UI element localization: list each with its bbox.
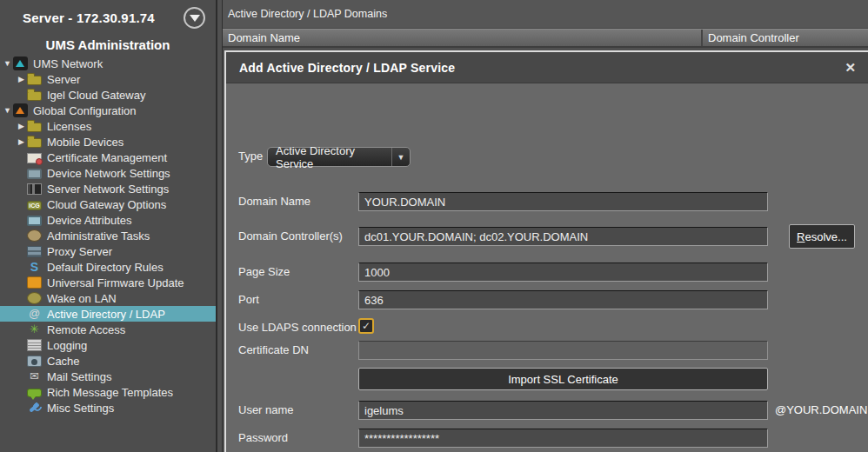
sidebar-item-mobile-devices[interactable]: ▶Mobile Devices <box>0 134 216 150</box>
page-title: Active Directory / LDAP Domains <box>223 0 868 29</box>
user-name-suffix: @YOUR.DOMAIN <box>775 401 867 420</box>
use-ldaps-checkbox[interactable]: ✓ <box>358 318 374 334</box>
sidebar-item-ums-network[interactable]: ▼UMS Network <box>0 56 216 71</box>
monitor2-icon <box>27 216 42 226</box>
dialog-body: Type Active Directory Service ▼ Domain N… <box>226 83 868 452</box>
gc-logo-icon <box>13 103 28 117</box>
dialog-title: Add Active Directory / LDAP Service <box>226 61 455 75</box>
sidebar-item-certificate-management[interactable]: Certificate Management <box>0 150 216 165</box>
user-name-label: User name <box>238 401 294 420</box>
icg-icon: ICG <box>27 201 42 210</box>
sidebar-item-label: Mobile Devices <box>47 136 124 149</box>
sidebar-item-proxy-server[interactable]: Proxy Server <box>0 243 216 259</box>
sidebar-item-global-configuration[interactable]: ▼Global Configuration <box>0 103 216 118</box>
sidebar-item-device-attributes[interactable]: Device Attributes <box>0 212 216 228</box>
expand-right-icon[interactable]: ▶ <box>16 75 27 83</box>
sidebar-item-label: Mail Settings <box>47 370 111 383</box>
sidebar-item-cache[interactable]: Cache <box>0 353 216 369</box>
sidebar-item-default-directory-rules[interactable]: SDefault Directory Rules <box>0 259 216 275</box>
sidebar-item-label: Cache <box>47 355 80 368</box>
certificate-dn-input <box>358 341 768 360</box>
check-icon: ✓ <box>362 320 371 332</box>
page-size-input[interactable] <box>358 263 768 282</box>
main-content: Active Directory / LDAP Domains Domain N… <box>223 0 868 452</box>
sidebar-item-label: Misc Settings <box>47 402 114 415</box>
password-input[interactable] <box>358 429 768 448</box>
certificate-dn-label: Certificate DN <box>238 341 309 360</box>
server-dropdown-button[interactable] <box>184 7 205 29</box>
folder-icon <box>27 91 42 101</box>
server-title: Server - 172.30.91.74 <box>0 10 177 25</box>
sidebar-item-mail-settings[interactable]: ✉Mail Settings <box>0 369 216 384</box>
sidebar-item-device-network-settings[interactable]: Device Network Settings <box>0 165 216 181</box>
proxy-icon <box>27 246 42 257</box>
ums-logo-icon <box>13 56 28 70</box>
page-size-label: Page Size <box>238 263 290 282</box>
server-panel-icon <box>27 183 42 195</box>
password-label: Password <box>238 429 288 448</box>
expand-down-icon[interactable]: ▼ <box>2 106 13 115</box>
domain-controllers-input[interactable] <box>358 227 768 246</box>
sidebar-item-universal-firmware-update[interactable]: Universal Firmware Update <box>0 275 216 290</box>
user-name-input[interactable] <box>358 401 768 420</box>
ums-administration-title: UMS Administration <box>0 35 216 56</box>
sidebar-item-licenses[interactable]: ▶Licenses <box>0 118 216 134</box>
resolve-button[interactable]: Resolve... <box>789 224 855 249</box>
app-window: Server - 172.30.91.74 UMS Administration… <box>0 0 868 452</box>
sidebar-item-administrative-tasks[interactable]: Administrative Tasks <box>0 228 216 243</box>
add-ad-ldap-dialog: Add Active Directory / LDAP Service ✕ Ty… <box>224 50 868 452</box>
expand-right-icon[interactable]: ▶ <box>16 137 27 146</box>
sidebar-item-label: Wake on LAN <box>47 292 117 305</box>
expand-down-icon[interactable]: ▼ <box>2 59 13 68</box>
sidebar-item-label: Default Directory Rules <box>47 261 164 274</box>
close-icon[interactable]: ✕ <box>845 61 856 74</box>
column-header-domain-name[interactable]: Domain Name <box>223 30 703 46</box>
sidebar-item-label: Server <box>47 73 80 86</box>
sidebar-item-cloud-gateway-options[interactable]: ICGCloud Gateway Options <box>0 196 216 212</box>
sidebar-item-label: Server Network Settings <box>47 183 169 196</box>
sidebar-item-misc-settings[interactable]: Misc Settings <box>0 400 216 415</box>
sidebar-item-server[interactable]: ▶Server <box>0 71 216 87</box>
sidebar: Server - 172.30.91.74 UMS Administration… <box>0 0 216 452</box>
sidebar-item-remote-access[interactable]: ✳Remote Access <box>0 322 216 337</box>
sidebar-item-label: Igel Cloud Gateway <box>47 89 145 102</box>
domain-controllers-label: Domain Controller(s) <box>238 227 343 246</box>
sidebar-item-logging[interactable]: Logging <box>0 337 216 353</box>
sidebar-item-label: Logging <box>47 339 87 352</box>
type-select[interactable]: Active Directory Service ▼ <box>267 147 411 167</box>
domain-name-label: Domain Name <box>238 192 310 211</box>
dialog-header: Add Active Directory / LDAP Service ✕ <box>226 52 868 83</box>
column-header-domain-controller[interactable]: Domain Controller <box>703 30 868 46</box>
port-input[interactable] <box>358 290 768 309</box>
certificate-icon <box>27 153 42 163</box>
logging-icon <box>27 339 42 351</box>
rules-icon: S <box>27 261 42 273</box>
server-header: Server - 172.30.91.74 <box>0 0 216 35</box>
sidebar-item-label: Administrative Tasks <box>47 229 150 243</box>
remote-icon: ✳ <box>27 323 42 336</box>
port-label: Port <box>238 290 259 309</box>
type-select-value: Active Directory Service <box>268 144 391 170</box>
domain-name-input[interactable] <box>358 192 768 211</box>
sidebar-item-label: UMS Network <box>33 57 103 70</box>
expand-right-icon[interactable]: ▶ <box>16 122 27 130</box>
sidebar-item-igel-cloud-gateway[interactable]: Igel Cloud Gateway <box>0 87 216 103</box>
sidebar-item-active-directory-ldap[interactable]: @Active Directory / LDAP <box>0 306 216 322</box>
type-label: Type <box>238 147 263 166</box>
sidebar-item-wake-on-lan[interactable]: Wake on LAN <box>0 290 216 306</box>
sidebar-item-label: Licenses <box>47 120 91 133</box>
cache-icon <box>27 356 42 367</box>
sidebar-item-rich-message-templates[interactable]: Rich Message Templates <box>0 384 216 400</box>
clock-icon <box>27 229 42 242</box>
sidebar-item-label: Device Attributes <box>47 214 132 227</box>
sidebar-item-server-network-settings[interactable]: Server Network Settings <box>0 181 216 196</box>
firmware-icon <box>27 276 42 289</box>
alarm-icon <box>27 292 42 304</box>
use-ldaps-label: Use LDAPS connection <box>238 318 357 337</box>
navigation-tree: ▼UMS Network▶ServerIgel Cloud Gateway▼Gl… <box>0 56 216 415</box>
sidebar-item-label: Certificate Management <box>47 151 167 164</box>
message-icon <box>27 389 42 397</box>
sidebar-item-label: Universal Firmware Update <box>47 276 184 289</box>
panel-splitter[interactable] <box>216 0 223 452</box>
import-ssl-certificate-button[interactable]: Import SSL Certificate <box>358 368 768 390</box>
